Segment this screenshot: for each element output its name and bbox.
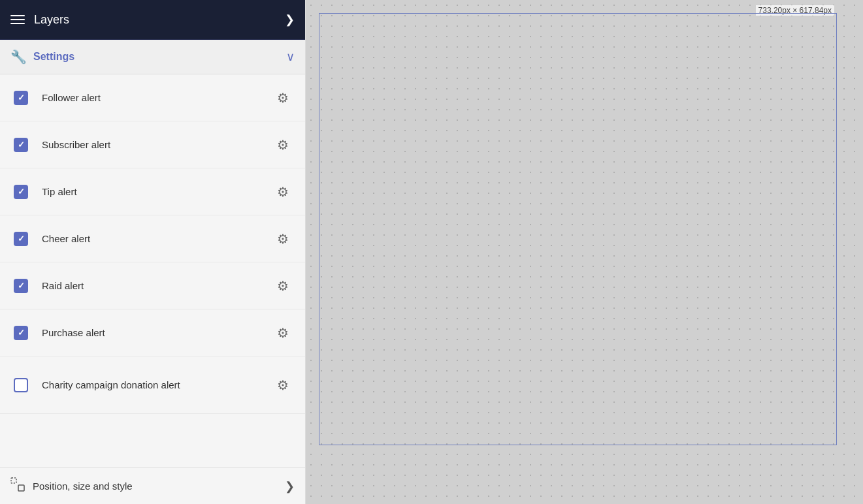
raid-alert-checkbox[interactable]: ✓ — [10, 276, 31, 296]
settings-header[interactable]: 🔧 Settings ∨ — [0, 40, 305, 74]
purchase-alert-checkbox[interactable]: ✓ — [10, 323, 31, 343]
checkbox-unchecked — [14, 378, 28, 392]
purchase-alert-label: Purchase alert — [42, 327, 271, 338]
position-chevron-icon: ❯ — [285, 479, 295, 494]
cheer-alert-checkbox[interactable]: ✓ — [10, 228, 31, 249]
hamburger-icon[interactable] — [10, 15, 25, 24]
svg-rect-1 — [18, 485, 24, 491]
raid-alert-settings-button[interactable]: ⚙ — [271, 274, 295, 298]
checkbox-checked: ✓ — [14, 232, 28, 246]
checkbox-checked: ✓ — [14, 185, 28, 199]
cheer-alert-label: Cheer alert — [42, 233, 271, 244]
follower-alert-label: Follower alert — [42, 92, 271, 103]
checkbox-checked: ✓ — [14, 326, 28, 340]
tip-alert-label: Tip alert — [42, 186, 271, 197]
tip-alert-settings-button[interactable]: ⚙ — [271, 180, 295, 204]
sidebar: Layers ❯ 🔧 Settings ∨ ✓ Follower alert ⚙… — [0, 0, 306, 504]
subscriber-alert-checkbox[interactable]: ✓ — [10, 134, 31, 155]
layers-header: Layers ❯ — [0, 0, 305, 40]
charity-alert-settings-button[interactable]: ⚙ — [271, 373, 295, 397]
raid-alert-label: Raid alert — [42, 280, 271, 291]
charity-alert-label: Charity campaign donation alert — [42, 379, 271, 390]
layers-title: Layers — [34, 13, 285, 27]
list-item: ✓ Tip alert ⚙ — [0, 168, 305, 215]
position-size-style-row[interactable]: Position, size and style ❯ — [0, 467, 305, 504]
checkbox-checked: ✓ — [14, 279, 28, 293]
purchase-alert-settings-button[interactable]: ⚙ — [271, 321, 295, 345]
charity-alert-checkbox[interactable] — [10, 375, 31, 396]
checkbox-checked: ✓ — [14, 91, 28, 105]
list-item: ✓ Raid alert ⚙ — [0, 262, 305, 309]
settings-label: Settings — [33, 51, 286, 63]
list-item: ✓ Cheer alert ⚙ — [0, 215, 305, 262]
layers-chevron-icon[interactable]: ❯ — [285, 12, 295, 27]
tip-alert-checkbox[interactable]: ✓ — [10, 181, 31, 202]
subscriber-alert-label: Subscriber alert — [42, 139, 271, 150]
svg-rect-0 — [11, 478, 16, 483]
follower-alert-settings-button[interactable]: ⚙ — [271, 86, 295, 110]
position-icon — [10, 477, 25, 495]
alert-list: ✓ Follower alert ⚙ ✓ Subscriber alert ⚙ … — [0, 74, 305, 467]
checkbox-checked: ✓ — [14, 138, 28, 152]
canvas-area: 733.20px × 617.84px — [306, 0, 863, 504]
follower-alert-checkbox[interactable]: ✓ — [10, 87, 31, 108]
settings-chevron-icon: ∨ — [286, 50, 295, 64]
subscriber-alert-settings-button[interactable]: ⚙ — [271, 133, 295, 157]
settings-section: 🔧 Settings ∨ — [0, 40, 305, 74]
list-item: ✓ Follower alert ⚙ — [0, 74, 305, 121]
position-label: Position, size and style — [33, 480, 285, 492]
canvas-frame — [319, 13, 837, 445]
settings-wrench-icon: 🔧 — [10, 49, 27, 65]
list-item: ✓ Purchase alert ⚙ — [0, 309, 305, 356]
cheer-alert-settings-button[interactable]: ⚙ — [271, 227, 295, 251]
list-item: ✓ Subscriber alert ⚙ — [0, 121, 305, 168]
list-item: Charity campaign donation alert ⚙ — [0, 356, 305, 414]
